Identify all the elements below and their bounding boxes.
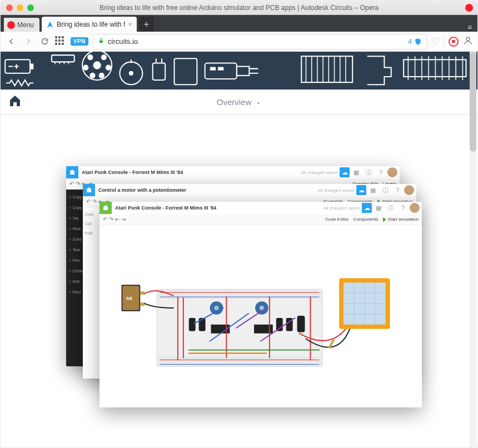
address-bar: VPN circuits.io 4 ♡ xyxy=(1,32,477,52)
chevron-down-icon: ⌄ xyxy=(256,98,261,106)
svg-point-17 xyxy=(83,66,88,70)
svg-text:A6: A6 xyxy=(126,296,132,301)
help-icon[interactable]: ? xyxy=(392,185,403,196)
hero-stage: Atari Punk Console - Forrest M Mims III … xyxy=(1,114,477,425)
menu-label: Menu xyxy=(17,21,34,29)
grid-icon[interactable]: ▦ xyxy=(351,167,362,178)
stacked-window-breadboard: Atari Punk Console - Forrest M Mims III … xyxy=(99,202,422,407)
save-status: All changed saved xyxy=(318,188,356,193)
opera-menu-button[interactable]: Menu xyxy=(4,18,39,32)
breadboard-canvas[interactable]: A6 xyxy=(99,225,422,407)
project-title: Control a motor with a potentiometer xyxy=(95,187,186,193)
app-logo-icon xyxy=(99,202,112,214)
svg-rect-57 xyxy=(140,302,145,306)
avatar[interactable] xyxy=(387,167,397,177)
svg-point-66 xyxy=(215,306,219,310)
svg-point-22 xyxy=(130,72,133,75)
profile-icon[interactable] xyxy=(463,36,473,48)
mac-titlebar: Bring ideas to life with free online Ard… xyxy=(1,1,477,15)
url-text: circuits.io xyxy=(108,37,138,46)
page-scrollbar-thumb[interactable] xyxy=(470,52,476,152)
browser-tab[interactable]: Bring ideas to life with f × xyxy=(42,17,137,32)
svg-rect-4 xyxy=(30,64,33,68)
svg-rect-69 xyxy=(189,318,196,331)
cloud-icon[interactable]: ☁ xyxy=(362,203,372,213)
svg-point-16 xyxy=(102,55,106,59)
undo-redo-group[interactable]: ↶↷⇤⇥ xyxy=(103,216,126,222)
overview-label: Overview xyxy=(217,97,252,107)
start-simulation-button[interactable]: Start simulation xyxy=(383,217,419,222)
app-logo-icon xyxy=(83,184,95,196)
back-button[interactable] xyxy=(5,36,17,48)
vpn-badge[interactable]: VPN xyxy=(71,37,88,46)
info-icon[interactable]: ⓘ xyxy=(380,185,391,196)
svg-point-15 xyxy=(88,55,92,59)
tab-menu-icon[interactable]: ≡ xyxy=(462,23,477,32)
save-status: All changed saved xyxy=(323,206,362,211)
hero-banner xyxy=(1,52,477,89)
forward-button[interactable] xyxy=(22,36,34,48)
info-icon[interactable]: ⓘ xyxy=(363,167,374,178)
tab-close-icon[interactable]: × xyxy=(128,20,132,28)
svg-point-18 xyxy=(106,66,111,70)
tab-strip: Menu Bring ideas to life with f × + ≡ xyxy=(1,15,477,32)
svg-point-20 xyxy=(99,73,104,78)
home-icon[interactable] xyxy=(8,94,22,109)
grid-icon[interactable]: ▦ xyxy=(367,185,379,196)
tab-favicon-icon xyxy=(46,21,54,28)
bookmark-heart-icon[interactable]: ♡ xyxy=(431,36,439,47)
new-tab-button[interactable]: + xyxy=(139,17,154,32)
cloud-icon[interactable]: ☁ xyxy=(356,185,366,195)
svg-rect-71 xyxy=(276,318,283,331)
svg-point-1 xyxy=(466,37,470,41)
svg-point-14 xyxy=(94,62,101,68)
save-status: All changed saved xyxy=(301,170,340,175)
shield-icon xyxy=(414,38,422,46)
svg-rect-33 xyxy=(218,68,223,70)
avatar[interactable] xyxy=(404,185,414,195)
help-icon[interactable]: ? xyxy=(375,167,386,178)
blocked-count: 4 xyxy=(408,38,412,46)
avatar[interactable] xyxy=(410,203,420,213)
sub-nav: Overview ⌄ xyxy=(1,89,477,114)
svg-rect-60 xyxy=(157,357,322,367)
project-title: Atari Punk Console - Forrest M Mims III … xyxy=(78,170,183,175)
svg-point-19 xyxy=(90,73,94,78)
reload-button[interactable] xyxy=(38,36,51,48)
separator xyxy=(444,36,444,48)
page-viewport: Overview ⌄ Atari Punk Console - Forrest … xyxy=(1,52,477,447)
cloud-icon[interactable]: ☁ xyxy=(340,167,350,177)
tab-title: Bring ideas to life with f xyxy=(57,21,125,28)
svg-rect-59 xyxy=(157,289,322,299)
app-logo-icon xyxy=(66,166,78,178)
grid-icon[interactable]: ▦ xyxy=(373,202,384,213)
svg-rect-0 xyxy=(99,41,103,43)
svg-rect-32 xyxy=(211,68,215,70)
lock-icon xyxy=(98,37,104,46)
window-title: Bring ideas to life with free online Ard… xyxy=(1,4,477,12)
help-icon[interactable]: ? xyxy=(397,202,409,213)
svg-rect-56 xyxy=(140,291,145,295)
info-icon[interactable]: ⓘ xyxy=(385,202,396,213)
speed-dial-icon[interactable] xyxy=(55,36,66,47)
tool-code-editor[interactable]: Code Editor xyxy=(325,217,348,222)
opera-logo-icon xyxy=(465,4,473,12)
overview-dropdown[interactable]: Overview ⌄ xyxy=(217,97,262,107)
opera-window: Bring ideas to life with free online Ard… xyxy=(0,0,478,448)
project-title: Atari Punk Console - Forrest M Mims III … xyxy=(112,205,216,211)
svg-rect-2 xyxy=(1,52,477,89)
svg-rect-73 xyxy=(297,316,305,332)
tool-components[interactable]: Components xyxy=(353,217,379,222)
adblock-icon[interactable] xyxy=(449,37,459,47)
url-field[interactable]: circuits.io 4 xyxy=(93,34,427,49)
